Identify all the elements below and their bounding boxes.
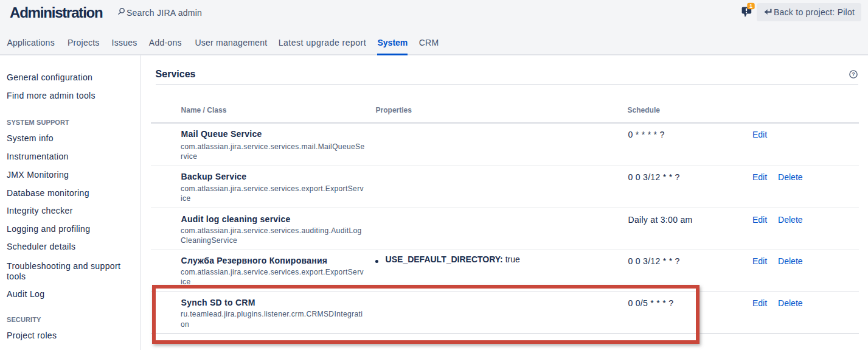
svg-text:1: 1 <box>749 3 752 9</box>
svg-text:?: ? <box>852 71 855 77</box>
